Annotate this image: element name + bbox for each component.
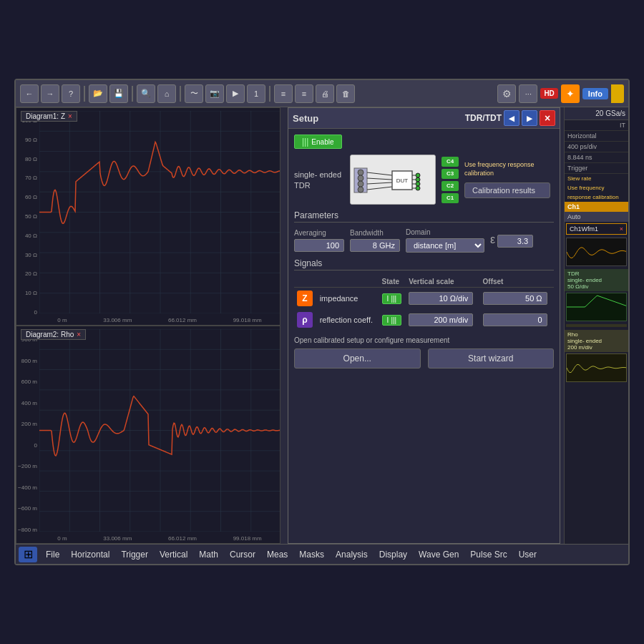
x-label: 0 m	[57, 535, 67, 542]
toolbar-separator4	[269, 86, 270, 102]
delete-button[interactable]: 🗑	[336, 84, 355, 103]
toolbar-separator	[84, 86, 85, 102]
rho-label: reflection coeff.	[317, 309, 379, 331]
main-area: Diagram1: Z × 100 Ω 90 Ω 80 Ω 70 Ω 60 Ω …	[16, 107, 628, 544]
wave-button[interactable]: 〜	[185, 84, 203, 103]
ch1wfm-close[interactable]: ×	[620, 225, 623, 233]
zoom-button[interactable]: 🔍	[137, 84, 155, 103]
rho-side-single: single- ended	[567, 338, 625, 344]
diagram-z-label: Diagram1: Z ×	[21, 111, 77, 122]
z-icon: Z	[297, 291, 313, 306]
ch-buttons: C4 C3 C2 C1	[441, 157, 459, 203]
tdr-title-text: TDR/TDT	[465, 113, 502, 123]
slew-rate-label: Slew rate	[565, 174, 628, 183]
rho-scale-input[interactable]	[409, 313, 473, 326]
ch4-button[interactable]: C4	[441, 157, 459, 167]
time-offset-display: 8.844 ns	[565, 152, 628, 163]
save-button[interactable]: 💾	[109, 84, 128, 103]
settings-button[interactable]: ⚙	[497, 84, 516, 103]
y-label: 40 Ω	[16, 233, 39, 239]
ch3-button[interactable]: C3	[441, 169, 459, 179]
toggle-i2-icon: I	[387, 316, 389, 324]
epsilon-input[interactable]	[497, 235, 533, 248]
home-button[interactable]: ⌂	[157, 84, 176, 103]
open-desc: Open calibrated setup or configure measu…	[294, 336, 554, 344]
topology-label: single- ended	[294, 170, 344, 179]
ch2-button[interactable]: C2	[441, 181, 459, 191]
open-wizard-section: Open calibrated setup or configure measu…	[294, 336, 554, 369]
epsilon-icon: ε	[490, 233, 495, 246]
y-label: 0	[16, 442, 39, 449]
rho-offset-input[interactable]	[483, 313, 547, 326]
tdr-prev-button[interactable]: ◀	[504, 110, 519, 126]
averaging-param: Averaging	[294, 229, 344, 252]
menu-user[interactable]: User	[513, 547, 542, 562]
tdr-side-label: TDR single- ended 50 Ω/div	[565, 269, 628, 291]
signals-table: State Vertical scale Offset Z impedance	[294, 276, 554, 331]
back-button[interactable]: ←	[20, 84, 39, 103]
print-button[interactable]: 🖨	[316, 84, 334, 103]
averaging-label: Averaging	[294, 229, 344, 237]
toolbar: ← → ? 📂 💾 🔍 ⌂ 〜 📷 ▶ 1 ≡ ≡ 🖨 🗑 ⚙ ··· HD ✦…	[16, 80, 628, 107]
impedance-state-toggle[interactable]: I |||	[382, 293, 402, 304]
forward-button[interactable]: →	[41, 84, 59, 103]
dots-button[interactable]: ···	[519, 84, 537, 103]
star-button[interactable]: ✦	[561, 84, 580, 103]
svg-point-2	[358, 170, 364, 175]
diagram-rho-close[interactable]: ×	[77, 331, 81, 338]
menu-file[interactable]: File	[40, 547, 65, 562]
menu-horizontal[interactable]: Horizontal	[65, 547, 115, 562]
topology-diagram: DUT	[350, 155, 436, 205]
rho-mini-canvas	[567, 354, 627, 381]
open-buttons-row: Open... Start wizard	[294, 348, 554, 369]
menu-masks[interactable]: Masks	[293, 547, 330, 562]
menu-meas[interactable]: Meas	[261, 547, 293, 562]
toggle-bars-icon: |||	[302, 137, 308, 147]
menu-vertical[interactable]: Vertical	[154, 547, 193, 562]
screenshot-button[interactable]: 📷	[205, 84, 224, 103]
info-button[interactable]: Info	[582, 88, 608, 99]
diagram-z-close[interactable]: ×	[68, 112, 72, 120]
y-label: 20 Ω	[16, 270, 39, 277]
ch1-label: Ch1	[565, 202, 628, 212]
open-file-button[interactable]: 📂	[89, 84, 107, 103]
diagram-rho-title: Diagram2: Rho	[26, 331, 74, 338]
grid1-button[interactable]: ≡	[274, 84, 293, 103]
start-wizard-button[interactable]: Start wizard	[428, 348, 555, 369]
calib-results-button[interactable]: Calibration results	[464, 182, 550, 198]
rho-state-toggle[interactable]: I |||	[382, 315, 402, 326]
enable-toggle[interactable]: ||| Enable	[294, 135, 342, 149]
averaging-input[interactable]	[294, 239, 344, 252]
domain-select[interactable]: distance [m] time [s]	[406, 238, 484, 253]
grid-menu-button[interactable]: ⊞	[19, 547, 37, 562]
help-button[interactable]: ?	[62, 84, 80, 103]
play-button[interactable]: ▶	[226, 84, 245, 103]
menu-cursor[interactable]: Cursor	[224, 547, 261, 562]
tdr-close-button[interactable]: ×	[540, 110, 555, 126]
y-label: 0	[16, 309, 39, 316]
grid2-button[interactable]: ≡	[295, 84, 313, 103]
y-label: 10 Ω	[16, 290, 39, 296]
rho-divider	[566, 324, 627, 327]
y-label: 60 Ω	[16, 194, 39, 200]
impedance-offset-input[interactable]	[483, 292, 547, 305]
bandwidth-input[interactable]	[350, 239, 400, 252]
impedance-scale-input[interactable]	[409, 292, 473, 305]
num1-button[interactable]: 1	[247, 84, 265, 103]
ch1-button[interactable]: C1	[441, 193, 459, 203]
tdr-next-button[interactable]: ▶	[522, 110, 537, 126]
open-button[interactable]: Open...	[294, 348, 421, 369]
y-label: −800 m	[16, 527, 39, 533]
params-row: Averaging Bandwidth Domain distance [m] …	[294, 228, 554, 253]
menu-trigger[interactable]: Trigger	[115, 547, 154, 562]
menu-math[interactable]: Math	[193, 547, 224, 562]
menu-pulsesrc[interactable]: Pulse Src	[464, 547, 512, 562]
use-freq-label: Use frequency	[565, 183, 628, 192]
menu-analysis[interactable]: Analysis	[330, 547, 374, 562]
horizontal-label: Horizontal	[565, 131, 628, 142]
menu-display[interactable]: Display	[374, 547, 413, 562]
y-label: 70 Ω	[16, 175, 39, 181]
waveform-rho-canvas	[39, 329, 280, 532]
menu-wavegen[interactable]: Wave Gen	[413, 547, 464, 562]
svg-point-5	[358, 187, 364, 192]
